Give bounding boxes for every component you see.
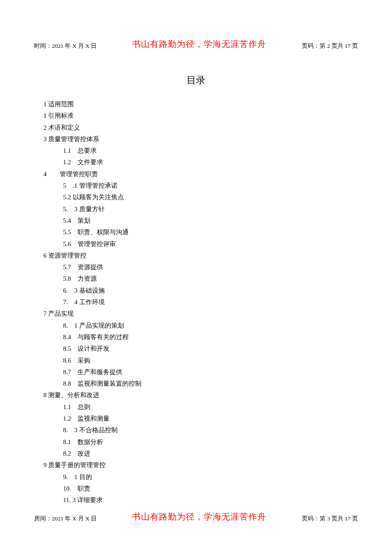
footer-motto: 书山有路勤为径，学海无涯苦作舟 xyxy=(132,511,266,523)
toc-entry: 6. 3 基础设施 xyxy=(63,285,358,296)
document-title: 目录 xyxy=(34,74,358,87)
toc-entry: 9 质量手册的管理管控 xyxy=(43,459,358,471)
toc-entry: 8.4 与顾客有关的过程 xyxy=(63,331,358,343)
toc-entry: 1 适用范围 xyxy=(43,99,358,110)
toc-entry: 5.5 职责、权限与沟通 xyxy=(63,227,358,238)
document-page: 时间：2021 年 X 月 X 日 书山有路勤为径，学海无涯苦作舟 页码：第 2… xyxy=(0,0,392,548)
header-motto: 书山有路勤为径，学海无涯苦作舟 xyxy=(132,38,266,50)
toc-entry: 7. 4 工作环境 xyxy=(63,296,358,308)
footer-page-number: 页码：第 3 页共 17 页 xyxy=(302,515,358,523)
toc-entry: 8. 1 产品实现的策划 xyxy=(63,320,358,331)
toc-entry: 1.1 总要求 xyxy=(63,145,358,157)
toc-entry: 8.7 生产和服务提供 xyxy=(63,366,358,378)
toc-entry: 11. 3 详细要求 xyxy=(63,494,358,506)
toc-entry: 3 质量管理管控体系 xyxy=(43,134,358,145)
toc-entry: 8 测量、分析和改进 xyxy=(43,389,358,401)
toc-entry: 8.6 采购 xyxy=(63,355,358,366)
footer-time: 房间：2021 年 X 月 X 日 xyxy=(34,515,97,523)
toc-entry: 5.7 资源提供 xyxy=(63,262,358,273)
toc-entry: 4 管理管控职责 xyxy=(43,169,358,180)
toc-entry: 8.1 数据分析 xyxy=(63,436,358,448)
toc-entry: 2 术语和定义 xyxy=(43,122,358,134)
table-of-contents: 1 适用范围1 引用标准2 术语和定义3 质量管理管控体系1.1 总要求1.2 … xyxy=(34,99,358,506)
toc-entry: 9. 1 目的 xyxy=(63,471,358,483)
toc-entry: 5. 3 质量方针 xyxy=(63,203,358,215)
toc-entry: 1.2 监视和测量 xyxy=(63,413,358,424)
toc-entry: 5.2 以顾客为关注焦点 xyxy=(63,192,358,203)
header-time: 时间：2021 年 X 月 X 日 xyxy=(34,42,97,50)
toc-entry: 8. 3 不合格品控制 xyxy=(63,424,358,436)
toc-entry: 5.6 管理管控评审 xyxy=(63,238,358,250)
toc-entry: 8.2 改进 xyxy=(63,448,358,459)
page-header: 时间：2021 年 X 月 X 日 书山有路勤为径，学海无涯苦作舟 页码：第 2… xyxy=(34,38,358,50)
toc-entry: 1.2 文件要求 xyxy=(63,157,358,168)
toc-entry: 1 引用标准 xyxy=(43,110,358,122)
header-page-number: 页码：第 2 页共 17 页 xyxy=(302,42,358,50)
toc-entry: 1.1 总则 xyxy=(63,401,358,413)
toc-entry: 6 资源管理管控 xyxy=(43,250,358,262)
toc-entry: 5.8 力资源 xyxy=(63,273,358,285)
toc-entry: 5 .1 管理管控承诺 xyxy=(63,180,358,192)
toc-entry: 8.8 监视和测量装置的控制 xyxy=(63,378,358,389)
toc-entry: 8.5 设计和开发 xyxy=(63,343,358,355)
toc-entry: 5.4 策划 xyxy=(63,215,358,227)
toc-entry: 10. 职责 xyxy=(63,483,358,494)
toc-entry: 7 产品实现 xyxy=(43,308,358,320)
page-footer: 房间：2021 年 X 月 X 日 书山有路勤为径，学海无涯苦作舟 页码：第 3… xyxy=(34,511,358,523)
